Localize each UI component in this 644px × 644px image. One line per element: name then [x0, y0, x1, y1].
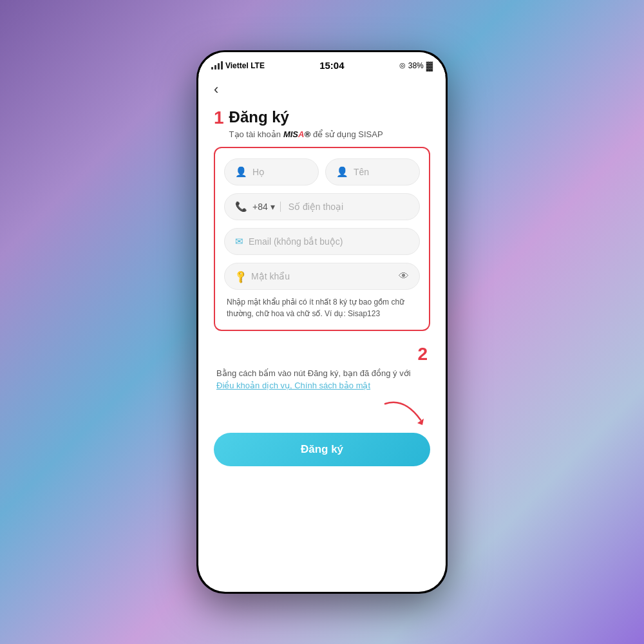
phone-field[interactable]: 📞 +84 ▾ Số điện thoại	[224, 193, 420, 220]
status-bar: Viettel LTE 15:04 ◎ 38% ▓	[198, 52, 446, 75]
signal-icon	[211, 61, 223, 70]
phone-icon: 📞	[235, 201, 247, 213]
form-section: 👤 Họ 👤 Tên 📞 +84 ▾ Số điện thoại	[214, 147, 430, 331]
battery-icon: ▓	[426, 61, 433, 71]
email-field[interactable]: ✉ Email (không bắt buộc)	[224, 228, 420, 255]
arrow-svg	[379, 401, 430, 426]
content-area: ‹ 1 Đăng ký Tạo tài khoản MISA® để sử dụ…	[198, 75, 446, 592]
step-2-label: 2	[216, 344, 428, 365]
password-hint: Nhập mật khẩu phải có ít nhất 8 ký tự ba…	[224, 296, 420, 319]
phone-frame: Viettel LTE 15:04 ◎ 38% ▓ ‹ 1 Đăng ký Tạ…	[196, 50, 448, 594]
misa-logo: MISA®	[283, 129, 310, 139]
terms-link[interactable]: Điều khoản dịch vụ, Chính sách bảo mật	[216, 381, 428, 390]
phone-placeholder: Số điện thoại	[289, 202, 343, 212]
name-row: 👤 Họ 👤 Tên	[224, 158, 420, 185]
page-title: Đăng ký	[229, 108, 430, 127]
phone-screen: Viettel LTE 15:04 ◎ 38% ▓ ‹ 1 Đăng ký Tạ…	[198, 52, 446, 592]
country-code[interactable]: +84 ▾	[252, 202, 281, 212]
person-icon-ten: 👤	[336, 166, 348, 178]
time-label: 15:04	[319, 60, 344, 71]
terms-text: Bằng cách bấm vào nút Đăng ký, bạn đã đồ…	[216, 367, 428, 380]
step-header: 1 Đăng ký Tạo tài khoản MISA® để sử dụng…	[214, 108, 430, 139]
password-field[interactable]: 🔑 Mật khẩu 👁	[224, 263, 420, 290]
back-button[interactable]: ‹	[214, 81, 218, 98]
subtitle: Tạo tài khoản MISA® để sử dụng SISAP	[229, 129, 430, 139]
ten-placeholder: Tên	[354, 167, 369, 177]
register-button[interactable]: Đăng ký	[214, 433, 430, 466]
ten-field[interactable]: 👤 Tên	[325, 158, 420, 185]
email-placeholder: Email (không bắt buộc)	[249, 236, 343, 247]
carrier-label: Viettel LTE	[225, 61, 265, 70]
person-icon-ho: 👤	[235, 166, 247, 178]
step-number-label: 1	[214, 108, 224, 128]
email-icon: ✉	[235, 236, 243, 247]
terms-section: 2 Bằng cách bấm vào nút Đăng ký, bạn đã …	[214, 344, 430, 391]
ho-field[interactable]: 👤 Họ	[224, 158, 319, 185]
password-placeholder: Mật khẩu	[251, 271, 399, 281]
battery-label: 38%	[408, 61, 424, 70]
key-icon: 🔑	[233, 269, 248, 283]
eye-icon[interactable]: 👁	[399, 270, 409, 282]
arrow-annotation	[214, 401, 430, 429]
ho-placeholder: Họ	[252, 167, 265, 177]
location-icon: ◎	[399, 61, 406, 70]
